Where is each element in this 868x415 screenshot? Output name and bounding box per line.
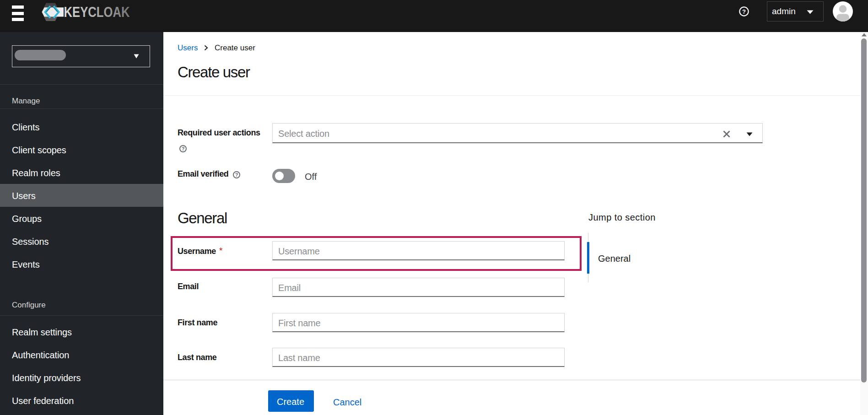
svg-text:?: ? — [742, 8, 746, 15]
svg-text:KEYCLOAK: KEYCLOAK — [64, 4, 130, 20]
